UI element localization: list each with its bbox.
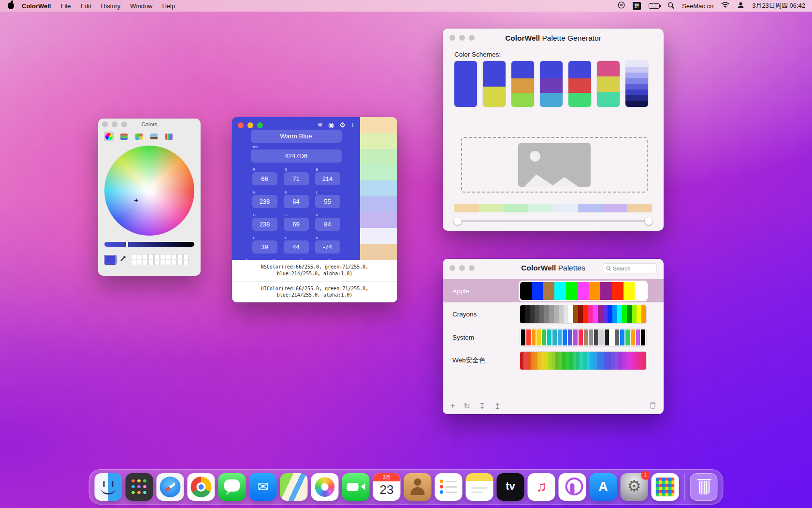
color-swatch[interactable] xyxy=(589,329,593,345)
color-swatch[interactable] xyxy=(536,329,541,345)
menu-edit[interactable]: Edit xyxy=(75,2,96,10)
color-swatch[interactable] xyxy=(617,305,622,323)
color-swatch[interactable] xyxy=(549,305,554,323)
settings-gear-icon[interactable]: ⚙ xyxy=(339,121,346,129)
tab-image[interactable] xyxy=(149,132,159,141)
color-swatch[interactable] xyxy=(539,305,544,323)
slider-handle-right[interactable] xyxy=(645,217,652,225)
user-switch-icon[interactable] xyxy=(737,1,744,10)
color-swatch[interactable] xyxy=(588,305,593,323)
color-swatch[interactable] xyxy=(360,149,397,165)
color-swatch[interactable] xyxy=(545,352,548,370)
color-swatch[interactable] xyxy=(573,305,578,323)
color-scheme-thumb[interactable] xyxy=(540,61,563,107)
value-field-lab-a[interactable]: a44 xyxy=(284,240,309,254)
color-swatch[interactable] xyxy=(627,305,632,323)
screen-sampler-icon[interactable]: ✳ xyxy=(317,121,323,129)
status-site-text[interactable]: SeeMac.cn xyxy=(682,2,713,10)
color-swatch[interactable] xyxy=(548,352,551,370)
dock-mail-icon[interactable] xyxy=(249,473,277,501)
color-swatch[interactable] xyxy=(551,352,555,370)
dock-appstore-icon[interactable] xyxy=(590,473,617,501)
color-swatch[interactable] xyxy=(580,352,583,370)
color-swatch[interactable] xyxy=(526,329,531,345)
color-swatch[interactable] xyxy=(559,352,562,370)
nscolor-code[interactable]: NSColor(red:66/255.0, green:71/255.0, bl… xyxy=(232,260,397,281)
color-swatch[interactable] xyxy=(520,305,525,323)
color-swatch[interactable] xyxy=(611,352,615,370)
value-field-s[interactable]: S64 xyxy=(284,195,309,208)
empty-swatch-cell[interactable] xyxy=(154,260,160,265)
color-swatch[interactable] xyxy=(597,352,601,370)
menu-file[interactable]: File xyxy=(56,2,75,10)
color-swatch[interactable] xyxy=(535,305,539,323)
color-swatch[interactable] xyxy=(615,352,618,370)
color-swatch[interactable] xyxy=(578,204,603,212)
tab-color-wheel[interactable] xyxy=(104,132,114,141)
color-swatch[interactable] xyxy=(601,352,604,370)
search-input[interactable] xyxy=(613,266,653,271)
tab-palettes[interactable] xyxy=(134,132,144,141)
color-swatch[interactable] xyxy=(360,228,397,244)
empty-swatch-cell[interactable] xyxy=(154,254,160,259)
color-swatch[interactable] xyxy=(594,352,597,370)
color-swatch[interactable] xyxy=(563,329,567,345)
color-swatch[interactable] xyxy=(360,164,397,180)
wheel-selection-marker[interactable]: + xyxy=(134,198,138,203)
empty-swatch-cell[interactable] xyxy=(177,254,183,259)
color-scheme-thumb[interactable] xyxy=(511,61,534,107)
color-swatch[interactable] xyxy=(637,305,641,323)
dock-messages-icon[interactable] xyxy=(218,473,246,501)
value-field-h2[interactable]: H238 xyxy=(252,218,277,231)
color-swatch[interactable] xyxy=(520,282,532,300)
tab-pencils[interactable] xyxy=(164,132,174,141)
color-swatch[interactable] xyxy=(641,329,645,345)
color-swatch[interactable] xyxy=(569,352,573,370)
color-swatch[interactable] xyxy=(544,305,549,323)
color-swatch[interactable] xyxy=(360,212,397,228)
hex-field[interactable]: 4247D6 xyxy=(251,149,342,163)
color-swatch[interactable] xyxy=(610,329,614,345)
color-swatch[interactable] xyxy=(521,329,525,345)
empty-swatch-cell[interactable] xyxy=(172,254,177,259)
color-name-field[interactable]: Warm Blue xyxy=(251,130,342,143)
color-swatch[interactable] xyxy=(528,204,553,212)
empty-swatch-cell[interactable] xyxy=(172,260,177,265)
value-field-b[interactable]: B214 xyxy=(315,172,340,185)
dock-trash-icon[interactable] xyxy=(690,473,718,501)
dock-facetime-icon[interactable] xyxy=(342,473,370,501)
color-swatch[interactable] xyxy=(568,305,573,323)
trash-icon[interactable] xyxy=(650,402,656,411)
color-swatch[interactable] xyxy=(593,305,597,323)
dock-launchpad-icon[interactable] xyxy=(126,473,153,501)
empty-swatch-cell[interactable] xyxy=(143,260,148,265)
add-palette-icon[interactable]: + xyxy=(450,402,455,410)
color-swatch[interactable] xyxy=(576,352,580,370)
palette-row-system[interactable]: System xyxy=(443,326,664,349)
dock-chrome-icon[interactable] xyxy=(188,473,215,501)
dock-contacts-icon[interactable] xyxy=(404,473,432,501)
status-circle-menu-icon[interactable] xyxy=(618,1,625,10)
color-swatch[interactable] xyxy=(566,282,578,300)
dock-settings-icon[interactable]: 1 xyxy=(621,473,648,501)
eyedropper-icon[interactable] xyxy=(119,255,126,264)
close-button[interactable] xyxy=(238,122,244,128)
color-swatch[interactable] xyxy=(554,282,566,300)
color-swatch[interactable] xyxy=(552,329,557,345)
zoom-button[interactable] xyxy=(257,122,263,128)
color-swatch[interactable] xyxy=(587,352,590,370)
dock-tv-icon[interactable] xyxy=(497,473,524,501)
color-swatch[interactable] xyxy=(589,282,600,300)
color-swatch[interactable] xyxy=(579,329,583,345)
color-swatch[interactable] xyxy=(520,352,523,370)
reload-icon[interactable]: ↻ xyxy=(464,402,470,411)
color-swatch[interactable] xyxy=(558,329,562,345)
empty-swatch-cell[interactable] xyxy=(137,254,142,259)
dock-reminders-icon[interactable] xyxy=(435,473,463,501)
color-swatch[interactable] xyxy=(643,352,646,370)
uicolor-code[interactable]: UIColor(red:66/255.0, green:71/255.0, bl… xyxy=(232,281,397,303)
color-swatch[interactable] xyxy=(554,305,559,323)
color-swatch[interactable] xyxy=(534,352,537,370)
empty-swatch-cell[interactable] xyxy=(166,254,171,259)
color-wheel[interactable]: + xyxy=(104,146,194,236)
